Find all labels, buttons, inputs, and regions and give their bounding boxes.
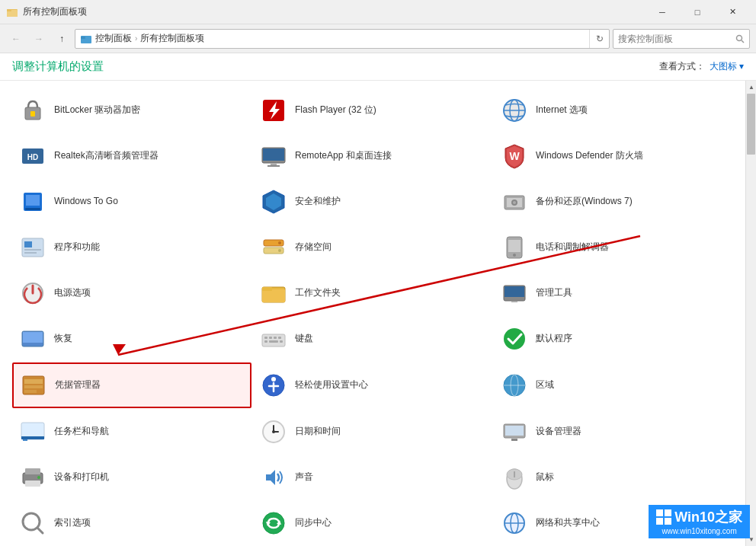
bitlocker-icon <box>18 95 48 126</box>
sound-label: 声音 <box>295 471 313 484</box>
navigation-bar: ← → ↑ 控制面板 › 所有控制面板项 ↻ <box>0 24 756 53</box>
security-label: 安全和维护 <box>295 196 341 208</box>
minimize-button[interactable]: ─ <box>645 0 680 24</box>
search-icon <box>735 34 745 43</box>
scrollbar[interactable]: ▲ ▼ <box>745 81 756 546</box>
grid-item-taskbar[interactable]: 任务栏和导航 <box>12 410 251 454</box>
grid-item-tools[interactable]: 管理工具 <box>494 271 733 315</box>
svg-line-89 <box>37 528 43 533</box>
grid-item-security[interactable]: 安全和维护 <box>253 180 492 224</box>
address-bar[interactable]: 控制面板 › 所有控制面板项 ↻ <box>75 29 610 49</box>
window-title: 所有控制面板项 <box>23 5 87 18</box>
grid-item-realtek[interactable]: HDRealtek高清晰音频管理器 <box>12 134 251 178</box>
svg-rect-25 <box>25 208 40 210</box>
svg-rect-78 <box>505 426 524 436</box>
scroll-up-button[interactable]: ▲ <box>746 81 756 94</box>
view-toggle[interactable]: 大图标 ▾ <box>710 60 744 73</box>
easyaccess-icon <box>258 370 289 401</box>
grid-item-mouse[interactable]: 鼠标 <box>494 455 733 500</box>
refresh-button[interactable]: ↻ <box>589 29 609 49</box>
grid-item-bitlocker[interactable]: BitLocker 驱动器加密 <box>12 88 251 133</box>
grid-item-internet[interactable]: Internet 选项 <box>494 88 733 133</box>
storage-icon <box>258 232 289 263</box>
workfolder-icon <box>258 278 289 308</box>
svg-rect-71 <box>21 436 44 439</box>
recovery-label: 恢复 <box>54 333 72 345</box>
backup-label: 备份和还原(Windows 7) <box>536 196 633 208</box>
grid-content: BitLocker 驱动器加密Flash Player (32 位)Intern… <box>12 88 733 546</box>
grid-item-flash[interactable]: Flash Player (32 位) <box>253 88 492 133</box>
svg-rect-58 <box>269 340 278 343</box>
credentials-label: 凭据管理器 <box>55 379 101 391</box>
grid-item-backup[interactable]: 备份和还原(Windows 7) <box>494 180 733 224</box>
power-icon <box>18 278 48 308</box>
watermark-logo: Win10之家 <box>656 508 742 526</box>
grid-item-index[interactable]: 索引选项 <box>12 501 251 545</box>
up-button[interactable]: ↑ <box>52 29 72 49</box>
svg-rect-56 <box>278 337 281 339</box>
mouse-icon <box>499 462 530 493</box>
svg-point-42 <box>513 254 516 257</box>
search-bar[interactable] <box>613 29 750 49</box>
grid-item-datetime[interactable]: 日期和时间 <box>253 410 492 454</box>
grid-item-sound[interactable]: 声音 <box>253 455 492 500</box>
grid-item-easyaccess[interactable]: 轻松使用设置中心 <box>253 362 492 408</box>
svg-rect-53 <box>264 337 267 339</box>
back-button[interactable]: ← <box>6 29 26 49</box>
grid-item-region[interactable]: 区域 <box>494 362 733 408</box>
scroll-thumb[interactable] <box>747 94 755 155</box>
defender-label: Windows Defender 防火墙 <box>536 150 643 162</box>
svg-text:W: W <box>509 150 520 162</box>
forward-button[interactable]: → <box>29 29 49 49</box>
svg-rect-57 <box>264 340 267 343</box>
windows-logo-icon <box>656 509 671 525</box>
items-container: BitLocker 驱动器加密Flash Player (32 位)Intern… <box>0 81 756 546</box>
svg-point-90 <box>263 512 284 534</box>
view-label: 查看方式： <box>659 60 705 73</box>
mouse-label: 鼠标 <box>536 471 554 484</box>
grid-item-default[interactable]: 默认程序 <box>494 317 733 361</box>
window-controls: ─ □ ✕ <box>645 0 750 24</box>
sync-label: 同步中心 <box>295 517 332 529</box>
keyboard-label: 键盘 <box>295 333 313 345</box>
svg-rect-2 <box>7 9 11 11</box>
printers-label: 设备和打印机 <box>54 471 109 484</box>
grid-item-credentials[interactable]: 凭据管理器 <box>12 362 251 408</box>
devices-icon <box>499 417 530 447</box>
recovery-icon <box>18 324 48 354</box>
grid-item-storage[interactable]: 存储空间 <box>253 225 492 270</box>
realtek-icon: HD <box>18 141 48 171</box>
grid-item-printers[interactable]: 设备和打印机 <box>12 455 251 500</box>
maximize-button[interactable]: □ <box>680 0 715 24</box>
watermark-url: www.win10xitong.com <box>662 527 736 535</box>
printers-icon <box>18 462 48 493</box>
grid-item-sync[interactable]: 同步中心 <box>253 501 492 545</box>
internet-label: Internet 选项 <box>536 104 588 117</box>
grid-item-recovery[interactable]: 恢复 <box>12 317 251 361</box>
svg-rect-82 <box>25 481 40 487</box>
breadcrumb-separator: › <box>135 34 137 43</box>
grid-item-phone[interactable]: 电话和调制解调器 <box>494 225 733 270</box>
grid-item-defender[interactable]: WWindows Defender 防火墙 <box>494 134 733 178</box>
svg-point-60 <box>504 328 525 350</box>
default-icon <box>499 324 530 354</box>
grid-item-devices[interactable]: 设备管理器 <box>494 410 733 454</box>
svg-point-39 <box>278 249 281 252</box>
svg-point-83 <box>37 476 40 479</box>
default-label: 默认程序 <box>536 333 572 345</box>
svg-rect-51 <box>23 332 43 343</box>
grid-item-programs[interactable]: 程序和功能 <box>12 225 251 270</box>
svg-point-5 <box>737 35 742 40</box>
grid-item-power[interactable]: 电源选项 <box>12 271 251 315</box>
grid-item-remoteapp[interactable]: RemoteApp 和桌面连接 <box>253 134 492 178</box>
grid-item-workfolder[interactable]: 工作文件夹 <box>253 271 492 315</box>
window-icon <box>6 6 18 18</box>
scroll-track[interactable] <box>746 94 756 533</box>
sync-icon <box>258 508 289 538</box>
grid-item-keyboard[interactable]: 键盘 <box>253 317 492 361</box>
security-icon <box>258 187 289 217</box>
close-button[interactable]: ✕ <box>715 0 750 24</box>
svg-rect-64 <box>24 390 37 393</box>
search-input[interactable] <box>618 34 732 44</box>
grid-item-windowstogo[interactable]: Windows To Go <box>12 180 251 224</box>
